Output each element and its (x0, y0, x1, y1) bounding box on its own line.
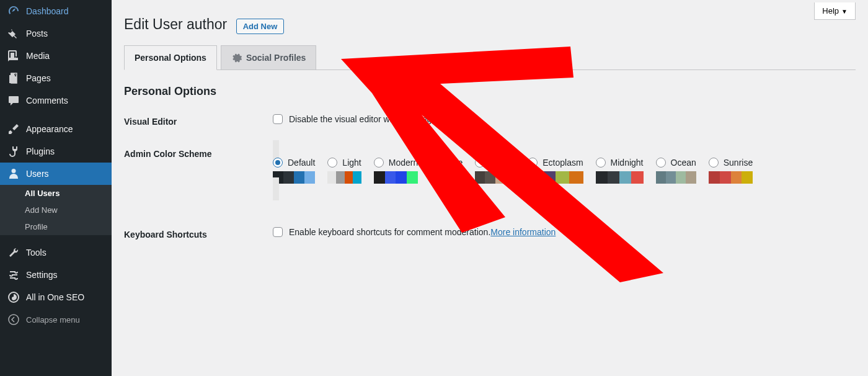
sidebar-item-media[interactable]: Media (0, 45, 112, 67)
color-scheme-midnight[interactable]: Midnight (596, 140, 644, 200)
help-label: Help (822, 6, 839, 16)
swatch (596, 171, 608, 184)
radio-icon (430, 158, 440, 168)
sidebar-item-users[interactable]: Users (0, 163, 112, 185)
checkbox-icon (273, 227, 283, 237)
tab-label: Personal Options (135, 53, 206, 63)
media-icon (7, 50, 20, 62)
scheme-name: Midnight (611, 158, 644, 168)
color-scheme-blue[interactable]: Blue (430, 140, 463, 200)
radio-icon (596, 158, 606, 168)
color-scheme-ectoplasm[interactable]: Ectoplasm (528, 140, 583, 200)
swatch-row (656, 171, 696, 184)
scheme-name: Ocean (671, 158, 696, 168)
section-title: Personal Options (124, 85, 856, 98)
color-scheme-light[interactable]: Light (327, 140, 361, 200)
menu-label: Users (26, 169, 49, 179)
swatch (542, 171, 556, 184)
radio-icon (475, 158, 485, 168)
swatch (709, 171, 720, 184)
collapse-menu-button[interactable]: Collapse menu (0, 308, 112, 331)
swatch (345, 171, 353, 184)
tab-social-profiles[interactable]: Social Profiles (221, 45, 316, 70)
swatch (505, 171, 515, 184)
radio-icon (327, 158, 337, 168)
tab-personal-options[interactable]: Personal Options (124, 45, 217, 70)
scheme-name: Modern (389, 158, 418, 168)
users-icon (7, 168, 20, 180)
swatch (656, 171, 666, 184)
color-scheme-ocean[interactable]: Ocean (656, 140, 696, 200)
sidebar-subitem-add-new[interactable]: Add New (0, 202, 112, 218)
sidebar-item-posts[interactable]: Posts (0, 22, 112, 45)
tab-row: Personal OptionsSocial Profiles (124, 45, 856, 70)
visual-editor-checkbox-row[interactable]: Disable the visual editor when writing (273, 114, 856, 124)
sidebar-item-plugins[interactable]: Plugins (0, 140, 112, 163)
color-scheme-coffee[interactable]: Coffee (475, 140, 515, 200)
swatch (304, 171, 315, 184)
field-label: Keyboard Shortcuts (124, 227, 273, 239)
swatch-row (273, 171, 315, 184)
scheme-name: Sunrise (724, 158, 753, 168)
tab-label: Social Profiles (246, 53, 306, 63)
dashboard-icon (7, 5, 20, 17)
swatch (374, 171, 385, 184)
menu-label: Posts (26, 29, 48, 38)
swatch (353, 171, 361, 184)
chevron-down-icon: ▼ (841, 8, 848, 15)
main-content: Help▼ Edit User author Add New Personal … (112, 0, 868, 376)
menu-label: Appearance (26, 124, 73, 134)
aioseo-icon (7, 291, 20, 303)
swatch (742, 171, 753, 184)
collapse-label: Collapse menu (26, 315, 80, 325)
sidebar-subitem-all-users[interactable]: All Users (0, 185, 112, 202)
swatch-row (430, 171, 463, 184)
swatch (283, 171, 294, 184)
swatch (385, 171, 396, 184)
sidebar-item-dashboard[interactable]: Dashboard (0, 0, 112, 22)
field-keyboard-shortcuts: Keyboard Shortcuts Enable keyboard short… (124, 217, 856, 249)
scheme-name: Coffee (490, 158, 515, 168)
settings-icon (7, 269, 20, 281)
menu-label: Pages (26, 73, 51, 83)
scheme-name: Blue (445, 158, 463, 168)
color-scheme-modern[interactable]: Modern (374, 140, 418, 200)
sidebar-item-settings[interactable]: Settings (0, 264, 112, 286)
sidebar-item-appearance[interactable]: Appearance (0, 118, 112, 140)
radio-icon (374, 158, 384, 168)
keyboard-desc: Enable keyboard shortcuts for comment mo… (289, 227, 490, 237)
swatch (556, 171, 569, 184)
sidebar-item-pages[interactable]: Pages (0, 67, 112, 89)
swatch (676, 171, 686, 184)
swatch (666, 171, 676, 184)
sidebar-item-all-in-one-seo[interactable]: All in One SEO (0, 286, 112, 308)
sidebar-item-comments[interactable]: Comments (0, 89, 112, 112)
scheme-name: Light (342, 158, 361, 168)
pages-icon (7, 72, 20, 84)
menu-label: All in One SEO (26, 292, 84, 302)
collapse-icon (7, 313, 20, 326)
swatch-row (374, 171, 418, 184)
swatch (438, 171, 446, 184)
sidebar-subitem-profile[interactable]: Profile (0, 218, 112, 235)
swatch (495, 171, 505, 184)
menu-label: Plugins (26, 146, 55, 156)
swatch (475, 171, 485, 184)
swatch (407, 171, 418, 184)
more-info-link[interactable]: More information (490, 227, 556, 237)
help-button[interactable]: Help▼ (814, 2, 856, 20)
page-title: Edit User author (124, 16, 227, 33)
plug-icon (7, 145, 20, 158)
swatch (619, 171, 631, 184)
add-new-button[interactable]: Add New (236, 19, 285, 34)
field-color-scheme: Admin Color Scheme DefaultLightModernBlu… (124, 137, 856, 217)
swatch (528, 171, 541, 184)
sidebar-item-tools[interactable]: Tools (0, 241, 112, 264)
admin-sidebar: DashboardPostsMediaPagesCommentsAppearan… (0, 0, 112, 376)
field-visual-editor: Visual Editor Disable the visual editor … (124, 104, 856, 137)
comments-icon (7, 94, 20, 107)
color-scheme-default[interactable]: Default (273, 140, 315, 200)
color-scheme-sunrise[interactable]: Sunrise (709, 140, 753, 200)
swatch (396, 171, 407, 184)
keyboard-checkbox-row[interactable]: Enable keyboard shortcuts for comment mo… (273, 227, 856, 237)
